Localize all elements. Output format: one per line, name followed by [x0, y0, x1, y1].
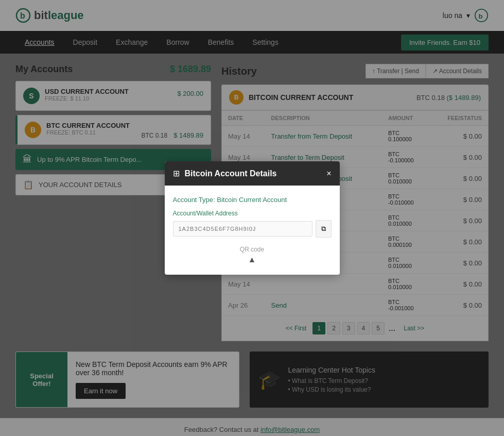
- qr-section: QR code ▲: [173, 246, 332, 264]
- modal-wallet-label: Account/Wallet Address: [173, 210, 332, 217]
- modal-body: Account Type: Bitcoin Current Account Ac…: [165, 186, 340, 275]
- bitcoin-account-details-modal: ⊞ Bitcoin Account Details × Account Type…: [165, 161, 340, 275]
- wallet-address-input[interactable]: [173, 221, 312, 237]
- modal-account-type: Account Type: Bitcoin Current Account: [173, 196, 332, 204]
- modal-header: ⊞ Bitcoin Account Details ×: [165, 161, 340, 186]
- modal-close-button[interactable]: ×: [326, 169, 331, 178]
- copy-button[interactable]: ⧉: [316, 220, 332, 238]
- modal-overlay[interactable]: ⊞ Bitcoin Account Details × Account Type…: [0, 0, 504, 436]
- qr-label: QR code: [173, 246, 332, 253]
- modal-grid-icon: ⊞: [173, 169, 180, 178]
- qr-toggle-button[interactable]: ▲: [173, 255, 332, 264]
- modal-title: Bitcoin Account Details: [185, 169, 322, 178]
- modal-input-row: ⧉: [173, 220, 332, 238]
- copy-icon: ⧉: [321, 225, 326, 232]
